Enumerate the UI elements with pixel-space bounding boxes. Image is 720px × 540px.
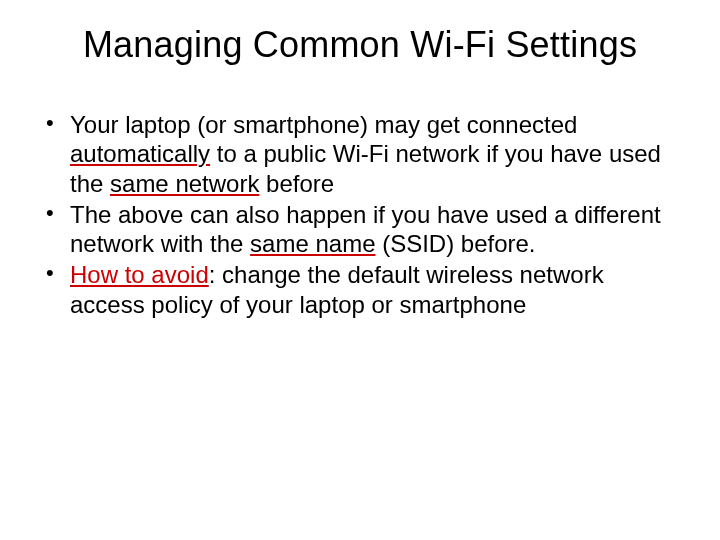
bullet-2: The above can also happen if you have us…	[42, 200, 684, 259]
slide: Managing Common Wi-Fi Settings Your lapt…	[0, 0, 720, 540]
bullet-list: Your laptop (or smartphone) may get conn…	[36, 110, 684, 319]
bullet-3: How to avoid: change the default wireles…	[42, 260, 684, 319]
bullet-1-text-3: before	[259, 170, 334, 197]
slide-title: Managing Common Wi-Fi Settings	[36, 24, 684, 66]
bullet-1: Your laptop (or smartphone) may get conn…	[42, 110, 684, 198]
bullet-3-how-to-avoid: How to avoid	[70, 261, 209, 288]
bullet-1-text-1: Your laptop (or smartphone) may get conn…	[70, 111, 577, 138]
bullet-2-underline-same-name: same name	[250, 230, 375, 257]
bullet-1-underline-same-network: same network	[110, 170, 259, 197]
bullet-2-text-2: (SSID) before.	[375, 230, 535, 257]
bullet-1-underline-automatically: automatically	[70, 140, 210, 167]
